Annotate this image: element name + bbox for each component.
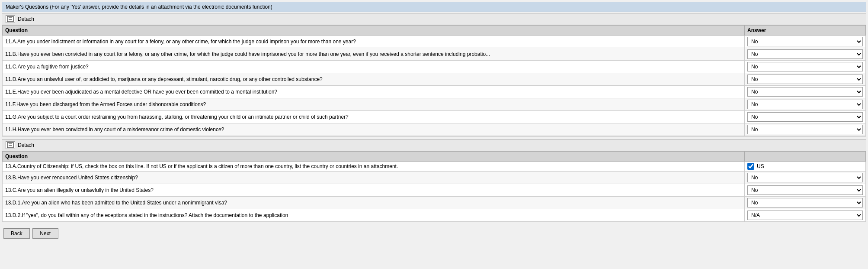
answer-cell: NoYes xyxy=(745,123,866,136)
detach-label-1[interactable]: Detach xyxy=(18,16,34,22)
answer-cell: NoYes xyxy=(745,48,866,61)
table-row: 11.C.Are you a fugitive from justice?NoY… xyxy=(3,61,866,73)
table-row: 13.B.Have you ever renounced United Stat… xyxy=(3,172,866,184)
answer-cell: N/ANoYes xyxy=(745,209,866,222)
svg-rect-5 xyxy=(9,143,12,144)
answer-cell: NoYes xyxy=(745,36,866,48)
answer-select[interactable]: NoYes xyxy=(747,49,863,59)
question-cell: 13.C.Are you an alien illegally or unlaw… xyxy=(3,184,745,197)
answer-select[interactable]: N/ANoYes xyxy=(747,211,863,220)
section1-panel: Detach Question Answer 11.A.Are you unde… xyxy=(2,13,866,136)
answer-cell: NoYes xyxy=(745,172,866,184)
question-cell: 13.D.1.Are you an alien who has been adm… xyxy=(3,197,745,209)
page-wrapper: Maker's Questions (For any 'Yes' answer,… xyxy=(0,0,868,269)
table-row: 11.E.Have you ever been adjudicated as a… xyxy=(3,86,866,98)
detach-icon-2 xyxy=(6,141,15,149)
answer-cell: NoYes xyxy=(745,61,866,73)
answer-cell: NoYes xyxy=(745,184,866,197)
checkbox-label: US xyxy=(757,163,764,169)
table-row: 13.C.Are you an alien illegally or unlaw… xyxy=(3,184,866,197)
us-citizenship-checkbox[interactable] xyxy=(747,163,754,170)
page-title: Maker's Questions (For any 'Yes' answer,… xyxy=(2,2,866,12)
question-cell: 11.A.Are you under indictment or informa… xyxy=(3,36,745,48)
section2-table: Question 13.A.Country of Citizenship: if… xyxy=(2,151,866,222)
answer-select[interactable]: NoYes xyxy=(747,62,863,71)
detach-bar-1: Detach xyxy=(2,13,866,25)
answer-cell: US xyxy=(745,162,866,172)
answer-select[interactable]: NoYes xyxy=(747,100,863,109)
answer-cell: NoYes xyxy=(745,111,866,123)
back-button[interactable]: Back xyxy=(3,228,30,239)
question-cell: 11.F.Have you been discharged from the A… xyxy=(3,98,745,111)
table-row: 11.A.Are you under indictment or informa… xyxy=(3,36,866,48)
question-cell: 11.B.Have you ever been convicted in any… xyxy=(3,48,745,61)
next-button[interactable]: Next xyxy=(32,228,58,239)
section1-table: Question Answer 11.A.Are you under indic… xyxy=(2,25,866,136)
detach-label-2[interactable]: Detach xyxy=(18,142,34,148)
svg-rect-6 xyxy=(9,145,12,146)
answer-cell: NoYes xyxy=(745,86,866,98)
detach-icon-1 xyxy=(6,15,15,23)
col-question-2: Question xyxy=(3,152,745,162)
answer-cell: NoYes xyxy=(745,197,866,209)
answer-select[interactable]: NoYes xyxy=(747,75,863,84)
table-row: 13.A.Country of Citizenship: if US, chec… xyxy=(3,162,866,172)
col-answer-1: Answer xyxy=(745,26,866,36)
col-answer-2 xyxy=(745,152,866,162)
table-row: 11.D.Are you an unlawful user of, or add… xyxy=(3,73,866,86)
answer-cell: NoYes xyxy=(745,73,866,86)
checkbox-cell: US xyxy=(747,163,863,170)
footer-bar: Back Next xyxy=(2,225,866,242)
answer-select[interactable]: NoYes xyxy=(747,87,863,97)
svg-rect-2 xyxy=(9,19,12,20)
table-row: 13.D.1.Are you an alien who has been adm… xyxy=(3,197,866,209)
answer-select[interactable]: NoYes xyxy=(747,125,863,134)
table-row: 13.D.2.If "yes", do you fall within any … xyxy=(3,209,866,222)
question-cell: 13.B.Have you ever renounced United Stat… xyxy=(3,172,745,184)
table-row: 11.H.Have you ever been convicted in any… xyxy=(3,123,866,136)
svg-rect-1 xyxy=(9,17,12,18)
question-cell: 11.E.Have you ever been adjudicated as a… xyxy=(3,86,745,98)
table-row: 11.G.Are you subject to a court order re… xyxy=(3,111,866,123)
question-cell: 11.G.Are you subject to a court order re… xyxy=(3,111,745,123)
answer-select[interactable]: NoYes xyxy=(747,112,863,122)
table-row: 11.F.Have you been discharged from the A… xyxy=(3,98,866,111)
question-cell: 13.D.2.If "yes", do you fall within any … xyxy=(3,209,745,222)
answer-select[interactable]: NoYes xyxy=(747,185,863,195)
question-cell: 13.A.Country of Citizenship: if US, chec… xyxy=(3,162,745,172)
section2-panel: Detach Question 13.A.Country of Citizens… xyxy=(2,139,866,222)
answer-cell: NoYes xyxy=(745,98,866,111)
answer-select[interactable]: NoYes xyxy=(747,37,863,46)
question-cell: 11.C.Are you a fugitive from justice? xyxy=(3,61,745,73)
detach-bar-2: Detach xyxy=(2,139,866,151)
question-cell: 11.D.Are you an unlawful user of, or add… xyxy=(3,73,745,86)
answer-select[interactable]: NoYes xyxy=(747,173,863,182)
table-row: 11.B.Have you ever been convicted in any… xyxy=(3,48,866,61)
answer-select[interactable]: NoYes xyxy=(747,198,863,207)
question-cell: 11.H.Have you ever been convicted in any… xyxy=(3,123,745,136)
col-question-1: Question xyxy=(3,26,745,36)
